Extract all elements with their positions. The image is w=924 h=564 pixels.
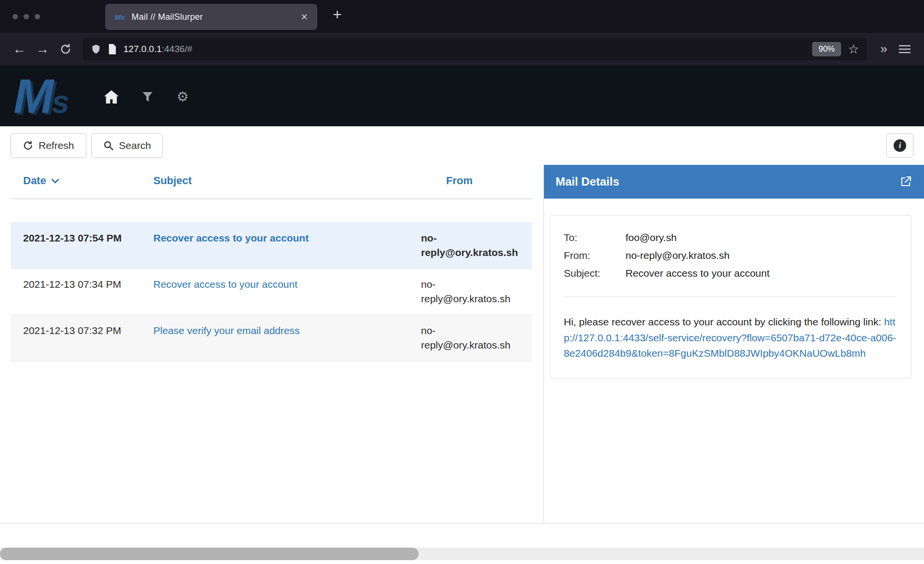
page-info-icon[interactable] xyxy=(108,44,117,54)
chevron-down-icon xyxy=(51,178,59,184)
tab-favicon-icon: Ms xyxy=(115,13,125,21)
url-text: 127.0.0.1:4436/# xyxy=(123,44,805,54)
detail-subject-value: Recover access to your account xyxy=(625,265,897,282)
bottom-area xyxy=(0,524,924,564)
mail-row-subject-link[interactable]: Recover access to your account xyxy=(153,232,309,243)
detail-to-row: To: foo@ory.sh xyxy=(564,229,897,247)
navigation-bar: ← → 127.0.0.1:4436/# 90% ☆ » xyxy=(0,33,924,65)
mail-details-title: Mail Details xyxy=(556,175,619,188)
mail-row-from: no-reply@ory.kratos.sh xyxy=(421,231,523,260)
column-header-date[interactable]: Date xyxy=(23,175,153,187)
mail-body: Hi, please recover access to your accoun… xyxy=(564,314,897,362)
info-icon: i xyxy=(894,139,906,152)
bookmark-star-icon[interactable]: ☆ xyxy=(848,43,859,55)
window-close-button[interactable] xyxy=(13,14,18,19)
hamburger-menu-icon[interactable] xyxy=(893,38,916,60)
mail-row-subject-link[interactable]: Recover access to your account xyxy=(153,279,298,290)
mail-details-header: Mail Details xyxy=(544,165,924,199)
column-header-from[interactable]: From xyxy=(421,175,532,187)
mail-row-subject-link[interactable]: Please verify your email address xyxy=(153,325,299,336)
shield-icon[interactable] xyxy=(91,43,101,55)
tab-close-icon[interactable]: × xyxy=(301,11,308,23)
tab-strip: Ms Mail // MailSlurper × + xyxy=(0,0,924,33)
new-tab-button[interactable]: + xyxy=(333,6,342,24)
reload-button[interactable] xyxy=(54,38,77,60)
mail-details-card: To: foo@ory.sh From: no-reply@ory.kratos… xyxy=(550,215,911,378)
detail-to-value: foo@ory.sh xyxy=(625,229,897,247)
overflow-menu-icon[interactable]: » xyxy=(874,41,893,56)
gear-icon[interactable]: ⚙ xyxy=(177,90,189,104)
horizontal-scrollbar-thumb[interactable] xyxy=(0,548,419,560)
browser-tab[interactable]: Ms Mail // MailSlurper × xyxy=(105,4,317,30)
url-bar[interactable]: 127.0.0.1:4436/# 90% ☆ xyxy=(83,38,867,60)
mail-list-pane: Date Subject From 2021-12-13 07:54 PM Re… xyxy=(0,165,544,523)
toolbar: Refresh Search i xyxy=(0,126,924,165)
zoom-level-badge[interactable]: 90% xyxy=(812,42,841,56)
mail-list-header-row: Date Subject From xyxy=(11,165,532,199)
browser-window: Ms Mail // MailSlurper × + ← → 127.0.0.1… xyxy=(0,0,924,564)
mail-row-date: 2021-12-13 07:34 PM xyxy=(23,277,124,307)
mail-row-date: 2021-12-13 07:54 PM xyxy=(23,231,124,260)
mail-row-from: no-reply@ory.kratos.sh xyxy=(421,323,523,353)
detail-to-label: To: xyxy=(564,229,625,247)
mail-row[interactable]: 2021-12-13 07:34 PM Recover access to yo… xyxy=(11,269,532,315)
main-content: Date Subject From 2021-12-13 07:54 PM Re… xyxy=(0,165,924,524)
refresh-button[interactable]: Refresh xyxy=(11,133,86,158)
back-button[interactable]: ← xyxy=(8,38,31,60)
detail-from-value: no-reply@ory.kratos.sh xyxy=(625,247,897,265)
detail-subject-label: Subject: xyxy=(564,265,625,282)
detail-subject-row: Subject: Recover access to your account xyxy=(564,265,897,282)
mail-rows: 2021-12-13 07:54 PM Recover access to yo… xyxy=(11,222,532,362)
column-header-date-label: Date xyxy=(23,175,46,187)
forward-button[interactable]: → xyxy=(31,38,54,60)
mail-body-text: Hi, please recover access to your accoun… xyxy=(564,316,884,327)
search-button-label: Search xyxy=(119,140,151,151)
refresh-button-label: Refresh xyxy=(39,140,74,151)
detail-from-label: From: xyxy=(564,247,625,265)
search-button[interactable]: Search xyxy=(91,133,163,158)
app-header: Ms ⚙ xyxy=(0,65,924,126)
refresh-icon xyxy=(23,140,33,151)
logo-letter-m: M xyxy=(14,69,54,123)
logo-letter-s: s xyxy=(52,84,69,120)
card-divider xyxy=(564,296,897,297)
info-button[interactable]: i xyxy=(886,134,913,158)
mail-row-from: no-reply@ory.kratos.sh xyxy=(421,277,523,307)
detail-from-row: From: no-reply@ory.kratos.sh xyxy=(564,247,897,265)
search-icon xyxy=(103,140,114,151)
window-controls xyxy=(13,14,40,19)
mail-row[interactable]: 2021-12-13 07:54 PM Recover access to yo… xyxy=(11,222,532,269)
url-path: :4436/# xyxy=(162,44,192,54)
window-minimize-button[interactable] xyxy=(24,14,29,19)
home-icon[interactable] xyxy=(104,90,119,104)
external-link-icon[interactable] xyxy=(900,176,911,188)
mail-details-pane: Mail Details To: foo@ory.sh From: no-re xyxy=(544,165,924,523)
mail-row[interactable]: 2021-12-13 07:32 PM Please verify your e… xyxy=(11,315,532,362)
window-zoom-button[interactable] xyxy=(35,14,40,19)
horizontal-scrollbar-track[interactable] xyxy=(0,548,924,560)
filter-icon[interactable] xyxy=(143,92,152,102)
mail-row-date: 2021-12-13 07:32 PM xyxy=(23,323,124,353)
mailslurper-logo: Ms xyxy=(14,72,69,120)
column-header-subject[interactable]: Subject xyxy=(153,175,421,187)
tab-title: Mail // MailSlurper xyxy=(132,12,301,22)
app-nav-icons: ⚙ xyxy=(104,90,189,104)
url-host: 127.0.0.1 xyxy=(123,44,162,54)
